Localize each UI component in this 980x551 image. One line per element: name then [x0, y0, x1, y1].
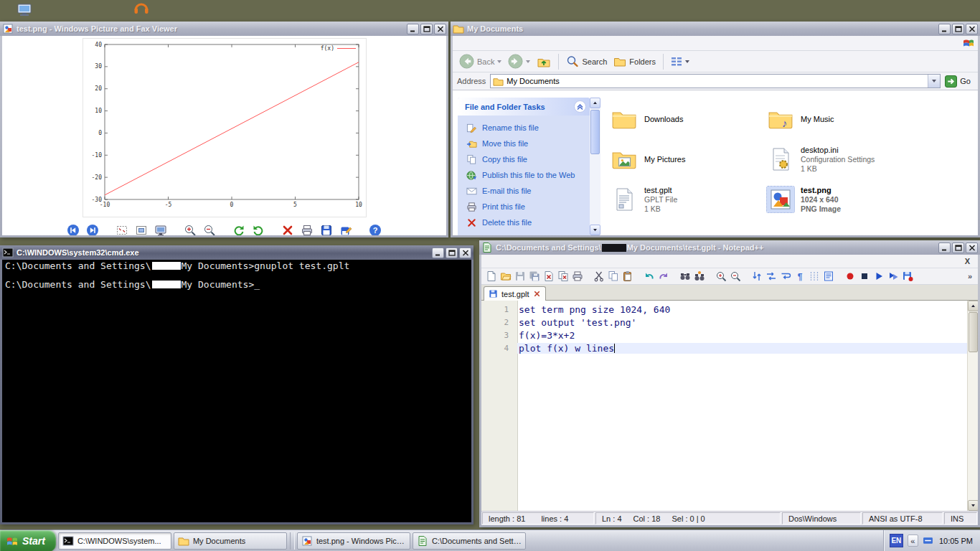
editor-scrollbar[interactable]: [967, 301, 978, 511]
playback-button[interactable]: [872, 270, 885, 283]
best-fit-button[interactable]: [115, 223, 129, 235]
code-line[interactable]: 2 set output 'test.png': [481, 316, 978, 329]
find-button[interactable]: [679, 270, 691, 283]
np-menu-view[interactable]: [510, 260, 519, 263]
actual-size-button[interactable]: [134, 223, 149, 235]
indent-guide-button[interactable]: [808, 270, 820, 283]
save-all-button[interactable]: [528, 270, 540, 283]
menu-file[interactable]: [456, 42, 466, 44]
zoom-out-button[interactable]: [729, 270, 741, 283]
clock[interactable]: 10:05 PM: [939, 537, 973, 545]
tab-test-gplt[interactable]: test.gplt: [484, 286, 546, 301]
next-image-button[interactable]: [85, 223, 100, 235]
previous-image-button[interactable]: [66, 223, 80, 235]
np-menu-search[interactable]: [501, 260, 510, 263]
slideshow-button[interactable]: [154, 223, 168, 235]
close-button[interactable]: [434, 24, 446, 34]
taskbar-button-cmd[interactable]: C:\WINDOWS\system...: [58, 532, 171, 550]
save-button[interactable]: [319, 223, 334, 235]
maximize-button[interactable]: [952, 242, 964, 253]
scroll-up-button[interactable]: [590, 98, 600, 108]
task-copy-this-file[interactable]: Copy this file: [466, 154, 584, 165]
np-menu-language[interactable]: [527, 260, 536, 263]
np-menu-file[interactable]: [484, 260, 493, 263]
up-button[interactable]: [534, 54, 553, 70]
desktop-icon-monitor[interactable]: [16, 1, 33, 19]
cmd-titlebar[interactable]: C:\WINDOWS\system32\cmd.exe: [0, 245, 473, 260]
print-button[interactable]: [571, 270, 583, 283]
file-test-gplt[interactable]: test.gplt GPLT File 1 KB: [611, 179, 767, 220]
scroll-down-button[interactable]: [968, 500, 978, 511]
status-insert-mode[interactable]: INS: [944, 512, 977, 524]
file-test-png[interactable]: test.png 1024 x 640 PNG Image: [767, 179, 923, 220]
minimize-button[interactable]: [938, 242, 951, 253]
task-email-this-file[interactable]: E-mail this file: [466, 186, 584, 197]
print-button[interactable]: [300, 223, 314, 235]
notepad-titlebar[interactable]: C:\Documents and Settings\My Documents\t…: [479, 240, 980, 255]
maximize-button[interactable]: [446, 248, 458, 258]
code-line[interactable]: 1 set term png size 1024, 640: [481, 303, 978, 316]
chevron-up-icon[interactable]: [574, 100, 586, 113]
task-move-this-file[interactable]: Move this file: [466, 138, 584, 149]
close-document-button[interactable]: X: [960, 257, 975, 265]
word-wrap-button[interactable]: [779, 270, 791, 283]
np-menu-encoding[interactable]: [519, 260, 527, 263]
delete-button[interactable]: [281, 223, 295, 235]
rotate-counterclockwise-button[interactable]: [232, 223, 246, 235]
start-recording-button[interactable]: [844, 270, 856, 283]
desktop-icon-headphones[interactable]: [133, 0, 150, 14]
taskbar-button-viewer[interactable]: test.png - Windows Pictu...: [297, 532, 410, 550]
np-menu-help[interactable]: [579, 260, 588, 263]
help-button[interactable]: ?: [368, 223, 382, 235]
zoom-in-button[interactable]: [183, 223, 197, 235]
language-indicator[interactable]: EN: [890, 534, 903, 547]
forward-button[interactable]: [506, 53, 532, 70]
menu-view[interactable]: [476, 42, 486, 44]
scrollbar-thumb[interactable]: [969, 312, 978, 352]
np-menu-edit[interactable]: [493, 260, 501, 263]
menu-tools[interactable]: [496, 42, 506, 44]
open-file-button[interactable]: [499, 270, 512, 283]
minimize-button[interactable]: [432, 248, 444, 258]
tasks-panel-header[interactable]: File and Folder Tasks: [458, 98, 590, 116]
sync-horizontal-button[interactable]: [765, 270, 777, 283]
task-rename-this-file[interactable]: Rename this file: [466, 123, 584, 133]
maximize-button[interactable]: [420, 24, 433, 34]
viewer-titlebar[interactable]: test.png - Windows Picture and Fax Viewe…: [0, 22, 448, 36]
copy-button[interactable]: [607, 270, 619, 283]
task-publish-this-file[interactable]: Publish this file to the Web: [466, 170, 584, 181]
rotate-clockwise-button[interactable]: [251, 223, 265, 235]
cut-button[interactable]: [593, 270, 605, 283]
scrollbar-thumb[interactable]: [590, 110, 600, 154]
code-line[interactable]: 4 plot f(x) w lines: [481, 342, 978, 354]
toolbar-overflow-chevron[interactable]: »: [968, 272, 974, 281]
maximize-button[interactable]: [952, 24, 964, 34]
taskbar-button-my-documents[interactable]: My Documents: [174, 532, 287, 550]
address-input[interactable]: My Documents: [490, 74, 941, 88]
address-dropdown-button[interactable]: [928, 75, 940, 88]
close-button[interactable]: [966, 242, 978, 253]
zoom-out-button[interactable]: [202, 223, 217, 235]
sync-vertical-button[interactable]: [750, 270, 763, 283]
file-desktop-ini[interactable]: desktop.ini Configuration Settings 1 KB: [767, 139, 923, 179]
task-delete-this-file[interactable]: Delete this file: [466, 217, 584, 228]
file-my-music[interactable]: ♪ My Music: [767, 99, 923, 139]
new-file-button[interactable]: [485, 270, 497, 283]
np-menu-plugins[interactable]: [562, 260, 570, 263]
go-button[interactable]: Go: [945, 75, 974, 88]
redo-button[interactable]: [657, 270, 669, 283]
views-button[interactable]: [669, 55, 692, 68]
task-print-this-file[interactable]: Print this file: [466, 202, 584, 212]
search-button[interactable]: Search: [564, 55, 609, 69]
np-menu-settings[interactable]: [536, 260, 545, 263]
folders-button[interactable]: Folders: [611, 55, 658, 69]
status-eol-format[interactable]: Dos\Windows: [782, 512, 861, 524]
terminal-output[interactable]: C:\Documents and Settings\My Documents>g…: [2, 260, 471, 522]
tray-expand-button[interactable]: «: [908, 534, 918, 547]
run-macro-multiple-button[interactable]: [887, 270, 899, 283]
save-file-button[interactable]: [514, 270, 526, 283]
scroll-up-button[interactable]: [968, 301, 978, 311]
back-button[interactable]: Back: [457, 53, 504, 70]
code-line[interactable]: 3 f(x)=3*x+2: [481, 329, 978, 342]
minimize-button[interactable]: [938, 24, 951, 34]
